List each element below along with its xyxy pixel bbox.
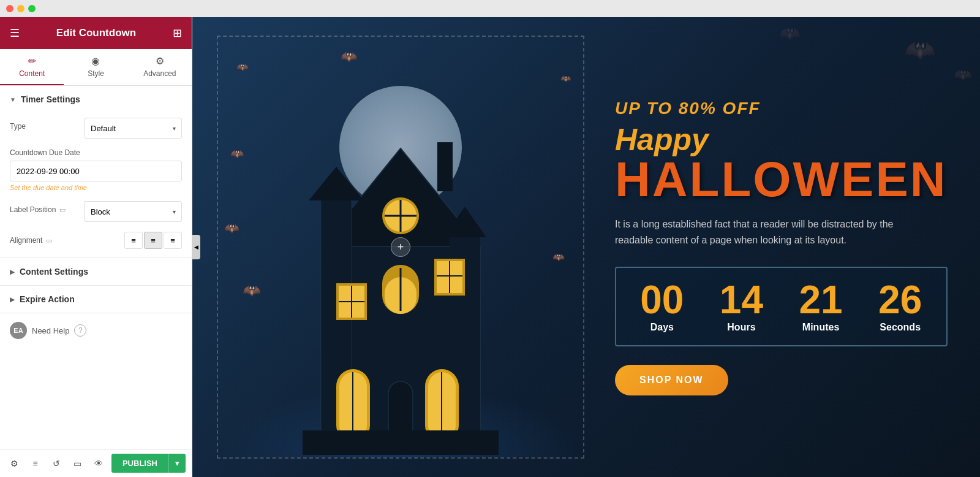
hours-value: 14 (720, 280, 763, 319)
hours-label: Hours (727, 322, 755, 333)
layers-icon-button[interactable]: ≡ (27, 455, 43, 472)
bottom-bar: ⚙ ≡ ↺ ▭ 👁 PUBLISH ▾ (0, 449, 192, 477)
countdown-seconds: 26 Seconds (873, 280, 928, 333)
countdown-timer: 00 Days 14 Hours 21 Minutes 26 Seconds (615, 267, 948, 346)
align-right-button[interactable]: ≡ (164, 232, 182, 249)
days-label: Days (650, 322, 674, 333)
bat-6: 🦇 (552, 251, 565, 263)
bat-1: 🦇 (236, 61, 249, 73)
panel-tabs: ✏ Content ◉ Style ⚙ Advanced (0, 49, 192, 86)
left-panel: ☰ Edit Countdown ⊞ ✏ Content ◉ Style ⚙ A… (0, 17, 192, 477)
collapse-panel-button[interactable]: ◀ (192, 235, 200, 259)
svg-marker-4 (309, 167, 364, 200)
bat-5: 🦇 (224, 221, 239, 235)
bat-4: 🦇 (230, 147, 244, 161)
bg-bat-2: 🦇 (954, 66, 972, 83)
shop-now-button[interactable]: SHOP NOW (615, 365, 728, 395)
publish-button[interactable]: PUBLISH (111, 454, 168, 473)
bat-7: 🦇 (243, 282, 261, 299)
tab-style-label: Style (88, 69, 104, 78)
publish-group: PUBLISH ▾ (111, 454, 186, 473)
traffic-lights (6, 5, 36, 12)
help-circle-icon[interactable]: ? (74, 324, 86, 337)
tab-content-label: Content (19, 69, 45, 78)
grid-icon[interactable]: ⊞ (173, 26, 182, 40)
main-canvas: 🦇 🦇 🦇 🦇 🦇 🦇 🦇 (192, 17, 980, 477)
due-date-input[interactable] (10, 161, 182, 181)
preview-icon-button[interactable]: 👁 (91, 455, 107, 472)
ea-badge: EA (10, 322, 27, 339)
publish-dropdown-button[interactable]: ▾ (168, 454, 186, 473)
style-tab-icon: ◉ (91, 55, 100, 67)
timer-settings-header[interactable]: ▼ Timer Settings (0, 86, 192, 113)
content-area: 🦇 🦇 🦇 UP TO 80% OFF Happy HALLOWEEN It i… (584, 17, 980, 477)
close-button[interactable] (6, 5, 13, 12)
label-position-field: Label Position ▭ Block Inline ▾ (0, 196, 192, 227)
type-label: Type (10, 122, 26, 131)
bat-3: 🦇 (560, 74, 571, 83)
align-left-button[interactable]: ≡ (124, 232, 143, 249)
bg-bat-3: 🦇 (779, 23, 801, 44)
hamburger-icon[interactable]: ☰ (10, 26, 20, 40)
countdown-days: 00 Days (635, 280, 690, 333)
minutes-value: 21 (799, 280, 842, 319)
need-help[interactable]: EA Need Help ? (0, 313, 192, 348)
tab-advanced[interactable]: ⚙ Advanced (128, 49, 192, 85)
due-date-hint: Set the due date and time (10, 184, 182, 191)
advanced-tab-icon: ⚙ (156, 55, 164, 67)
days-value: 00 (640, 280, 684, 319)
halloween-background: 🦇 🦇 🦇 🦇 🦇 🦇 🦇 (192, 17, 980, 477)
countdown-minutes: 21 Minutes (793, 280, 848, 333)
content-tab-icon: ✏ (28, 55, 36, 67)
seconds-label: Seconds (880, 322, 921, 333)
happy-text: Happy (615, 124, 948, 155)
panel-header: ☰ Edit Countdown ⊞ (0, 17, 192, 49)
history-icon-button[interactable]: ↺ (48, 455, 64, 472)
content-settings-label: Content Settings (20, 267, 88, 277)
halloween-title: Happy HALLOWEEN (615, 124, 948, 204)
svg-rect-29 (303, 430, 499, 455)
description-text: It is a long established fact that a rea… (615, 216, 921, 248)
label-position-icon: ▭ (59, 206, 66, 214)
content-settings-header[interactable]: ▶ Content Settings (0, 258, 192, 285)
bg-bat-1: 🦇 (905, 36, 935, 64)
seconds-value: 26 (878, 280, 922, 319)
app-body: ☰ Edit Countdown ⊞ ✏ Content ◉ Style ⚙ A… (0, 17, 980, 477)
halloween-word: HALLOWEEN (615, 155, 948, 204)
content-settings-chevron: ▶ (10, 269, 15, 275)
sale-text: UP TO 80% OFF (615, 99, 948, 118)
panel-title: Edit Countdown (56, 27, 136, 39)
expire-action-chevron: ▶ (10, 296, 15, 303)
label-position-select[interactable]: Block Inline (84, 201, 182, 222)
timer-settings-label: Timer Settings (21, 94, 80, 104)
settings-icon-button[interactable]: ⚙ (6, 455, 22, 472)
tab-advanced-label: Advanced (143, 69, 176, 78)
due-date-label: Countdown Due Date (10, 148, 182, 157)
alignment-label: Alignment ▭ (10, 236, 119, 245)
timer-settings-chevron: ▼ (10, 96, 16, 103)
maximize-button[interactable] (28, 5, 36, 12)
expire-action-header[interactable]: ▶ Expire Action (0, 286, 192, 313)
panel-content: ▼ Timer Settings Type Default Evergreen … (0, 86, 192, 449)
tab-content[interactable]: ✏ Content (0, 49, 64, 85)
alignment-buttons: ≡ ≡ ≡ (124, 232, 182, 249)
add-element-button[interactable]: + (391, 237, 410, 257)
need-help-label: Need Help (32, 326, 69, 335)
expire-action-section: ▶ Expire Action (0, 286, 192, 313)
align-center-button[interactable]: ≡ (144, 232, 162, 249)
templates-icon-button[interactable]: ▭ (69, 455, 85, 472)
countdown-hours: 14 Hours (714, 280, 769, 333)
alignment-label-icon: ▭ (46, 237, 52, 245)
bat-2: 🦇 (341, 49, 357, 65)
svg-rect-2 (437, 142, 453, 191)
tab-style[interactable]: ◉ Style (64, 49, 127, 85)
type-select[interactable]: Default Evergreen (84, 118, 182, 139)
haunted-house-area[interactable]: 🦇 🦇 🦇 🦇 🦇 🦇 🦇 (217, 36, 584, 459)
haunted-house (303, 136, 499, 457)
label-position-label: Label Position ▭ (10, 205, 66, 214)
due-date-field: Countdown Due Date Set the due date and … (0, 143, 192, 196)
alignment-row: Alignment ▭ ≡ ≡ ≡ (0, 227, 192, 258)
content-settings-section: ▶ Content Settings (0, 258, 192, 286)
minutes-label: Minutes (802, 322, 839, 333)
minimize-button[interactable] (17, 5, 24, 12)
